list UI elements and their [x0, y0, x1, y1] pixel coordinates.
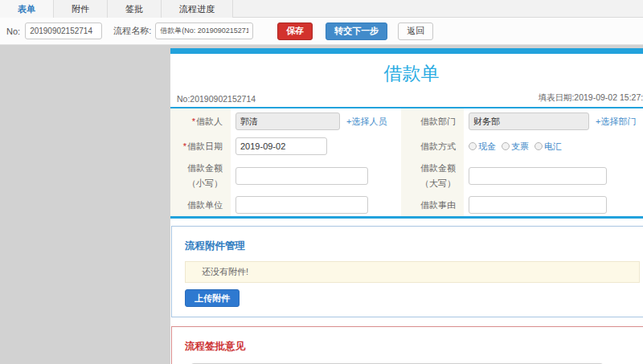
attachments-section: 流程附件管理 还没有附件! 上传附件 — [171, 226, 643, 317]
no-label: No: — [6, 27, 20, 36]
page-title: 借款单 — [170, 54, 643, 86]
department-cell: +选择部门 — [464, 108, 643, 134]
process-name-input[interactable] — [155, 22, 253, 39]
attachments-heading: 流程附件管理 — [185, 239, 640, 253]
upload-attachment-button[interactable]: 上传附件 — [185, 289, 240, 307]
amount-lowercase-cell — [231, 158, 401, 194]
action-bar: No: 流程名称: 保存 转交下一步 返回 — [0, 18, 643, 45]
radio-button-icon[interactable] — [534, 142, 543, 150]
doc-meta-row: No:20190902152714 填表日期:2019-09-02 15:27:… — [170, 91, 643, 108]
approval-comments-heading: 流程签批意见 — [185, 340, 640, 354]
required-asterisk: * — [183, 141, 186, 151]
loan-reason-input[interactable] — [469, 196, 607, 214]
borrower-label: *借款人 — [170, 108, 231, 134]
process-name-label: 流程名称: — [113, 25, 151, 37]
amount-uppercase-cell — [464, 158, 643, 194]
radio-wire-transfer[interactable]: 电汇 — [534, 141, 562, 153]
tab-form[interactable]: 表单 — [0, 0, 54, 18]
loan-method-radio-group: 现金 支票 电汇 — [469, 141, 562, 153]
loan-reason-cell — [464, 194, 643, 216]
required-asterisk: * — [192, 117, 195, 126]
tab-process-progress[interactable]: 流程进度 — [162, 0, 233, 18]
select-department-link[interactable]: +选择部门 — [596, 116, 636, 128]
no-attachments-alert: 还没有附件! — [185, 261, 640, 283]
approval-comments-section: 流程签批意见 B I abc ✎ — [171, 326, 643, 364]
amount-lowercase-input[interactable] — [235, 167, 368, 185]
loan-unit-label: 借款单位 — [170, 194, 231, 216]
loan-date-label: *借款日期 — [170, 134, 231, 158]
loan-form-grid: *借款人 +选择人员 借款部门 +选择部门 *借款日期 借款方式 现金 — [170, 108, 643, 219]
tab-approval[interactable]: 签批 — [108, 0, 162, 18]
loan-unit-cell — [231, 194, 401, 216]
loan-date-input[interactable] — [235, 137, 327, 155]
radio-cheque[interactable]: 支票 — [502, 141, 529, 153]
loan-date-cell — [231, 134, 401, 158]
forward-next-step-button[interactable]: 转交下一步 — [326, 22, 387, 40]
tab-attachments[interactable]: 附件 — [54, 0, 108, 18]
amount-lowercase-label: 借款金额（小写） — [170, 158, 231, 194]
panel-accent-bar — [170, 48, 643, 54]
borrower-cell: +选择人员 — [231, 108, 401, 134]
amount-uppercase-label: 借款金额（大写） — [401, 158, 464, 194]
borrower-input[interactable] — [235, 112, 340, 130]
tab-bar: 表单 附件 签批 流程进度 — [0, 0, 643, 18]
amount-uppercase-input[interactable] — [469, 167, 607, 185]
save-button[interactable]: 保存 — [277, 22, 313, 40]
back-button[interactable]: 返回 — [398, 22, 433, 40]
no-input[interactable] — [25, 22, 102, 39]
fill-date: 填表日期:2019-09-02 15:27:1 — [538, 92, 643, 104]
loan-reason-label: 借款事由 — [401, 194, 464, 216]
radio-button-icon[interactable] — [502, 142, 510, 150]
radio-button-icon[interactable] — [469, 142, 477, 150]
loan-unit-input[interactable] — [235, 196, 368, 214]
select-person-link[interactable]: +选择人员 — [346, 116, 387, 128]
loan-method-label: 借款方式 — [401, 134, 464, 158]
radio-cash[interactable]: 现金 — [469, 141, 496, 153]
loan-method-cell: 现金 支票 电汇 — [464, 134, 643, 158]
department-label: 借款部门 — [401, 108, 464, 134]
doc-number: No:20190902152714 — [177, 94, 256, 104]
department-input[interactable] — [469, 112, 589, 130]
loan-form-panel: 借款单 No:20190902152714 填表日期:2019-09-02 15… — [170, 48, 643, 364]
